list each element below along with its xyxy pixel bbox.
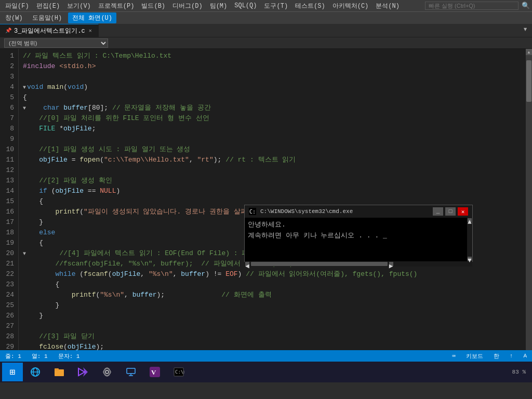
tabbar: 📌 3_파일에서텍스트읽기.c ✕ ▾ [0, 24, 532, 37]
taskbar: ⊞ V [0, 362, 532, 382]
svg-text:C:\>: C:\> [175, 369, 184, 375]
svg-rect-4 [55, 368, 59, 370]
code-line-2: #include <stdio.h> [23, 61, 522, 72]
editor-area: 1 2 3 4 5 6 7 8 9 10 11 12 13 14 15 16 1… [0, 49, 532, 350]
network-icon [125, 366, 137, 378]
line-numbers: 1 2 3 4 5 6 7 8 9 10 11 12 13 14 15 16 1… [0, 49, 19, 350]
zoom-level: 83 % [512, 369, 526, 375]
folder-icon [54, 366, 65, 378]
cmd-restore-button[interactable]: □ [445, 207, 456, 216]
active-tab[interactable]: 📌 3_파일에서텍스트읽기.c ✕ [0, 24, 99, 37]
status-caps: A [523, 353, 527, 359]
code-line-29: fclose(objFile); [23, 342, 522, 350]
code-line-8: FILE *objFile; [23, 124, 522, 134]
cmd-close-button[interactable]: ✕ [458, 207, 468, 216]
settings-icon [101, 366, 113, 378]
taskbar-network[interactable] [119, 363, 142, 381]
menu-analyze[interactable]: 분석(N) [373, 1, 403, 11]
menu-edit[interactable]: 편집(E) [33, 1, 63, 11]
menu-team[interactable]: 팀(M) [207, 1, 231, 11]
code-line-4: ▼void main(void) [23, 82, 522, 92]
code-line-27 [23, 321, 522, 331]
code-line-10: //[1] 파일 생성 시도 : 파일 열기 또는 생성 [23, 144, 522, 155]
tab-label: 3_파일에서텍스트읽기.c [14, 26, 85, 35]
code-line-22: while (fscanf(objFile, "%s\n", buffer) !… [23, 269, 522, 280]
cmd-window: C: C:\WINDOWS\system32\cmd.exe _ □ ✕ 안녕하… [244, 205, 473, 262]
taskbar-settings[interactable] [96, 363, 118, 381]
cmd-minimize-button[interactable]: _ [433, 207, 443, 216]
code-line-13: //[2] 파일 생성 확인 [23, 176, 522, 186]
quick-search-input[interactable] [425, 2, 518, 10]
status-char: 문자: 1 [58, 352, 80, 360]
vertical-scrollbar[interactable]: ▲ [526, 49, 532, 350]
scrollbar-thumb[interactable] [526, 60, 531, 102]
code-line-23: { [23, 280, 522, 290]
toolbar-help[interactable]: 도움말(H) [29, 12, 65, 23]
taskbar-vs[interactable] [72, 363, 95, 381]
code-line-11: objFile = fopen("c:\\Temp\\Hello.txt", "… [23, 155, 522, 165]
code-line-3 [23, 72, 522, 82]
status-extra-icon: ↑ [510, 353, 513, 359]
vs-icon [77, 366, 89, 378]
taskbar-explorer[interactable] [48, 363, 71, 381]
code-line-14: if (objFile == NULL) [23, 186, 522, 196]
menu-sql[interactable]: SQL(Q) [231, 1, 260, 10]
cmd-scroll-right[interactable]: ▶ [389, 262, 393, 266]
code-line-25: } [23, 300, 522, 311]
menu-build[interactable]: 빌드(B) [138, 1, 168, 11]
cmd-title-label: C:\WINDOWS\system32\cmd.exe [260, 208, 431, 215]
toolbar: 창(W) 도움말(H) 전체 화면(U) [0, 11, 532, 24]
taskbar-cmd[interactable]: C:\> [167, 363, 190, 381]
menu-debug[interactable]: 디버그(D) [169, 1, 206, 11]
status-bar: 줄: 1 열: 1 문자: 1 ⌨ 키보드 한 ↑ A [0, 350, 532, 362]
start-button[interactable]: ⊞ [2, 363, 23, 381]
menu-tools[interactable]: 도구(T) [261, 1, 291, 11]
tab-pin-icon: 📌 [5, 28, 11, 34]
menu-architecture[interactable]: 아키텍처(C) [329, 1, 372, 11]
status-col: 열: 1 [32, 352, 48, 360]
ie-icon [30, 366, 41, 378]
cmd-output: 안녕하세요. 계속하려면 아무 키나 누르십시오 . . . _ [245, 218, 467, 244]
toolbar-window[interactable]: 창(W) [2, 12, 26, 23]
menu-project[interactable]: 프로젝트(P) [95, 1, 138, 11]
svg-text:V: V [151, 368, 156, 376]
status-line: 줄: 1 [5, 352, 21, 360]
cmd-line2: 계속하려면 아무 키나 누르십시오 . . . _ [248, 231, 464, 242]
taskbar-ie[interactable] [24, 363, 47, 381]
code-line-26: } [23, 311, 522, 321]
cmd-scrollbar-h[interactable]: ◀ ▶ [245, 261, 472, 267]
taskbar-vs-purple[interactable]: V [143, 363, 166, 381]
taskbar-tray: 83 % [512, 369, 530, 375]
code-line-7: //[0] 파일 처리를 위한 FILE 포인터 형 변수 선언 [23, 113, 522, 124]
menu-view[interactable]: 보기(V) [64, 1, 94, 11]
toolbar-fullscreen[interactable]: 전체 화면(U) [68, 12, 116, 23]
search-icon: 🔍 [522, 2, 530, 10]
menu-file[interactable]: 파일(F) [2, 1, 32, 11]
cmd-scroll-down[interactable]: ▼ [468, 257, 472, 261]
cmd-icon: C: [249, 208, 256, 215]
scope-bar: (전역 범위) [0, 37, 532, 49]
menubar: 파일(F) 편집(E) 보기(V) 프로젝트(P) 빌드(B) 디버그(D) 팀… [0, 0, 532, 11]
cmd-taskbar-icon: C:\> [173, 366, 184, 378]
cmd-hscroll-thumb[interactable] [251, 262, 388, 266]
cmd-scroll-left[interactable]: ◀ [245, 262, 249, 266]
cmd-scrollbar-v[interactable]: ▲ ▼ [467, 218, 472, 261]
code-line-9 [23, 134, 522, 144]
code-editor[interactable]: // 파일 텍스트 읽기 : C:\Temp\Hello.txt #includ… [19, 49, 526, 350]
status-keyboard: 키보드 [466, 352, 483, 360]
svg-marker-5 [78, 368, 85, 376]
tab-add-button[interactable]: ▾ [518, 24, 532, 37]
code-line-1: // 파일 텍스트 읽기 : C:\Temp\Hello.txt [23, 51, 522, 61]
code-line-24: printf("%s\n", buffer); // 화면에 출력 [23, 290, 522, 300]
tab-close-button[interactable]: ✕ [88, 28, 93, 34]
code-line-5: { [23, 92, 522, 103]
cmd-scroll-up[interactable]: ▲ [468, 218, 472, 222]
cmd-titlebar: C: C:\WINDOWS\system32\cmd.exe _ □ ✕ [245, 205, 472, 218]
status-lang: 한 [494, 352, 499, 360]
status-keyboard-icon: ⌨ [452, 353, 456, 360]
svg-rect-8 [127, 368, 135, 374]
code-line-12 [23, 165, 522, 176]
menu-test[interactable]: 테스트(S) [292, 1, 328, 11]
code-line-6: ▼ char buffer[80]; // 문자열을 저장해 놓을 공간 [23, 103, 522, 113]
scope-selector[interactable]: (전역 범위) [4, 38, 108, 48]
